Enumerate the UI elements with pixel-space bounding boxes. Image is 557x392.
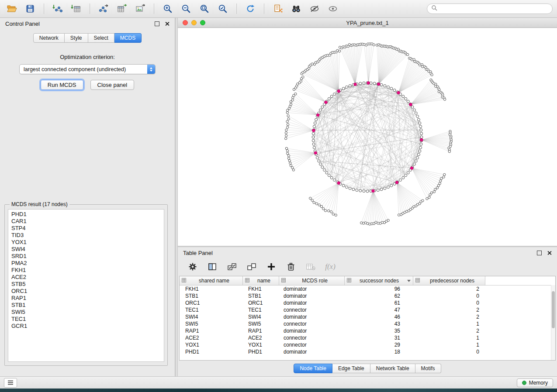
mcds-result-item[interactable]: TEC1: [8, 316, 164, 323]
show-columns-icon[interactable]: [206, 261, 218, 273]
table-cell: RAP1: [243, 328, 279, 334]
table-row[interactable]: SWI4SWI4dominator462: [180, 313, 555, 320]
table-row[interactable]: YOX1YOX1connector291: [180, 341, 555, 348]
tab-select[interactable]: Select: [88, 33, 114, 43]
column-header-name[interactable]: name: [243, 276, 279, 285]
import-table-icon[interactable]: [69, 2, 83, 15]
column-header-MCDS-role[interactable]: MCDS role: [279, 276, 345, 285]
network-canvas[interactable]: [178, 28, 557, 246]
search-input[interactable]: [440, 5, 548, 12]
mcds-result-item[interactable]: PHD1: [8, 211, 164, 218]
float-panel-icon[interactable]: [155, 21, 159, 26]
table-row[interactable]: SWI5SWI5connector431: [180, 320, 555, 327]
mcds-result-item[interactable]: GCR1: [8, 323, 164, 330]
column-header-predecessor-nodes[interactable]: predecessor nodes: [413, 276, 485, 285]
table-row[interactable]: STB1STB1dominator620: [180, 292, 555, 299]
zoom-out-icon[interactable]: [179, 2, 194, 15]
table-row[interactable]: ORC1ORC1dominator610: [180, 299, 555, 306]
mcds-result-item[interactable]: TID3: [8, 232, 164, 239]
table-row[interactable]: RAP1RAP1dominator352: [180, 327, 555, 334]
mcds-result-item[interactable]: YOX1: [8, 239, 164, 246]
export-image-icon[interactable]: [133, 2, 148, 15]
table-cell: 96: [345, 286, 413, 292]
settings-icon[interactable]: [187, 261, 199, 273]
table-grid-icon: [347, 278, 351, 284]
mcds-result-item[interactable]: FKH1: [8, 267, 164, 274]
table-scrollbar[interactable]: [551, 285, 555, 360]
run-mcds-button[interactable]: Run MCDS: [41, 80, 83, 90]
table-cell: ORC1: [180, 300, 243, 306]
column-header-successor-nodes[interactable]: successor nodes: [345, 276, 413, 285]
memory-button[interactable]: Memory: [517, 378, 553, 387]
mcds-result-item[interactable]: ORC1: [8, 288, 164, 295]
column-header-shared-name[interactable]: shared name: [180, 276, 243, 285]
mcds-result-item[interactable]: SWI5: [8, 309, 164, 316]
table-tab-network-table[interactable]: Network Table: [370, 364, 415, 373]
table-cell: 2: [413, 314, 485, 320]
mcds-result-item[interactable]: SWI4: [8, 246, 164, 253]
window-minimize-light[interactable]: [191, 20, 197, 25]
scrollbar-thumb[interactable]: [552, 291, 555, 328]
tab-network[interactable]: Network: [33, 33, 65, 43]
close-table-panel-icon[interactable]: [547, 251, 552, 255]
table-header-row: shared namenameMCDS rolesuccessor nodesp…: [180, 276, 555, 285]
control-panel-header: Control Panel: [0, 18, 175, 29]
tab-mcds[interactable]: MCDS: [114, 33, 142, 43]
criterion-select[interactable]: largest connected component (undirected): [19, 64, 156, 74]
table-cell: 62: [345, 293, 413, 299]
table-tab-node-table[interactable]: Node Table: [294, 364, 332, 373]
sort-dropdown-icon[interactable]: [407, 280, 411, 282]
column-header-label: shared name: [188, 278, 240, 284]
table-cell: TEC1: [243, 307, 279, 313]
column-header-label: MCDS role: [287, 278, 342, 284]
mcds-result-item[interactable]: CAR1: [8, 218, 164, 225]
table-row[interactable]: TEC1TEC1connector472: [180, 306, 555, 313]
show-details-icon[interactable]: [325, 2, 340, 15]
mcds-result-item[interactable]: PMA2: [8, 260, 164, 267]
mcds-result-item[interactable]: STP4: [8, 225, 164, 232]
zoom-in-icon[interactable]: [160, 2, 175, 15]
mcds-result-item[interactable]: STB1: [8, 302, 164, 309]
table-cell: dominator: [279, 314, 345, 320]
document-share-icon[interactable]: [270, 2, 285, 15]
delete-row-icon[interactable]: [285, 261, 297, 273]
mcds-result-list[interactable]: PHD1CAR1STP4TID3YOX1SWI4SRD1PMA2FKH1ACE2…: [8, 209, 164, 362]
float-table-panel-icon[interactable]: [537, 251, 542, 255]
mcds-result-item[interactable]: SRD1: [8, 253, 164, 260]
add-row-icon[interactable]: [265, 261, 277, 273]
zoom-fit-icon[interactable]: [197, 2, 212, 15]
table-tab-motifs[interactable]: Motifs: [415, 364, 441, 373]
status-menu-button[interactable]: [4, 378, 17, 388]
node-table: shared namenameMCDS rolesuccessor nodesp…: [179, 276, 556, 361]
table-row[interactable]: PHD1PHD1dominator180: [180, 348, 555, 355]
unselect-all-icon[interactable]: [246, 261, 258, 273]
table-row[interactable]: FKH1FKH1dominator962: [180, 285, 555, 292]
mcds-result-item[interactable]: RAP1: [8, 295, 164, 302]
tab-style[interactable]: Style: [65, 33, 88, 43]
close-panel-button[interactable]: Close panel: [90, 80, 135, 90]
save-session-icon[interactable]: [23, 2, 38, 15]
table-cell: 2: [413, 286, 485, 292]
window-zoom-light[interactable]: [200, 20, 205, 25]
close-panel-icon[interactable]: [165, 21, 170, 26]
table-body: FKH1FKH1dominator962STB1STB1dominator620…: [180, 285, 555, 355]
mcds-result-item[interactable]: ACE2: [8, 274, 164, 281]
table-row[interactable]: ACE2ACE2connector311: [180, 334, 555, 341]
refresh-icon[interactable]: [243, 2, 258, 15]
export-network-icon[interactable]: [96, 2, 111, 15]
find-icon[interactable]: [289, 2, 304, 15]
export-table-icon[interactable]: [114, 2, 129, 15]
open-folder-icon[interactable]: [4, 2, 19, 15]
window-close-light[interactable]: [183, 20, 188, 25]
table-cell: SWI5: [243, 321, 279, 327]
zoom-selected-icon[interactable]: [215, 2, 230, 15]
mcds-result-item[interactable]: STB5: [8, 281, 164, 288]
table-cell: 35: [345, 328, 413, 334]
hide-details-icon[interactable]: [307, 2, 322, 15]
search-box[interactable]: [427, 3, 553, 14]
import-network-icon[interactable]: [50, 2, 65, 15]
table-tab-edge-table[interactable]: Edge Table: [332, 364, 370, 373]
table-cell: 2: [413, 307, 485, 313]
list-icon: [7, 380, 14, 385]
select-all-icon[interactable]: [226, 261, 238, 273]
